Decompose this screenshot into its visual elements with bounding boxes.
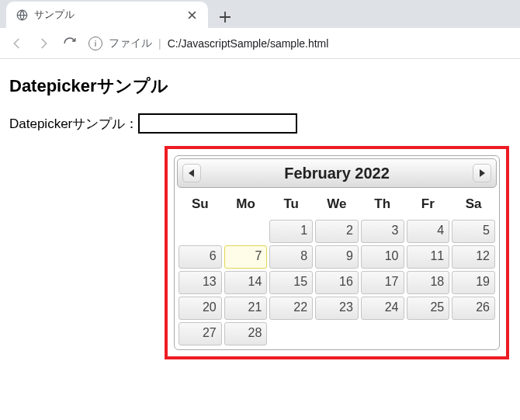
- datepicker-empty-cell: [224, 219, 269, 244]
- datepicker-day[interactable]: 3: [361, 220, 404, 243]
- datepicker-day[interactable]: 8: [269, 245, 313, 269]
- datepicker-header: February 2022: [177, 158, 497, 188]
- datepicker-day[interactable]: 10: [361, 245, 404, 269]
- datepicker-day[interactable]: 13: [179, 271, 222, 294]
- url-scheme: ファイル: [109, 36, 152, 50]
- datepicker-day[interactable]: 26: [452, 297, 495, 320]
- datepicker-day[interactable]: 25: [407, 297, 450, 320]
- datepicker-calendar: SuMoTuWeThFrSa 1234567891011121314151617…: [177, 189, 497, 347]
- address-bar: i ファイル | C:/JavascriptSample/sample.html: [0, 28, 520, 59]
- datepicker-day[interactable]: 17: [361, 271, 404, 294]
- datepicker-day[interactable]: 5: [452, 220, 495, 243]
- tab-strip: サンプル: [0, 0, 520, 28]
- globe-icon: [16, 9, 28, 21]
- datepicker-empty-cell: [314, 321, 359, 346]
- datepicker-day[interactable]: 21: [224, 297, 268, 320]
- datepicker-dow: Th: [360, 190, 405, 218]
- datepicker-week: 12345: [178, 219, 496, 244]
- site-info-icon[interactable]: i: [88, 36, 102, 50]
- tab-title: サンプル: [34, 8, 179, 22]
- datepicker-dow: Su: [178, 190, 223, 218]
- datepicker-next-button[interactable]: [473, 164, 491, 182]
- datepicker-day[interactable]: 20: [179, 297, 222, 320]
- datepicker-empty-cell: [406, 321, 451, 346]
- datepicker-day[interactable]: 18: [407, 271, 450, 294]
- datepicker-week: 2728: [178, 321, 496, 346]
- datepicker-month-label: February 2022: [284, 165, 390, 182]
- datepicker-empty-cell: [451, 321, 496, 346]
- datepicker-day[interactable]: 7: [224, 245, 268, 269]
- datepicker-day[interactable]: 12: [452, 245, 495, 269]
- datepicker-day[interactable]: 15: [269, 271, 313, 294]
- datepicker-day[interactable]: 28: [224, 322, 268, 345]
- datepicker-dow: Tu: [269, 190, 314, 218]
- datepicker-week: 13141516171819: [178, 270, 496, 295]
- datepicker-day[interactable]: 14: [224, 271, 268, 294]
- datepicker-empty-cell: [178, 219, 223, 244]
- url-separator: |: [158, 37, 161, 50]
- datepicker-day[interactable]: 24: [361, 297, 404, 320]
- datepicker-week: 6789101112: [178, 245, 496, 269]
- page-body: Datepickerサンプル Datepickerサンプル：: [0, 59, 520, 144]
- tab-close-button[interactable]: [185, 8, 199, 22]
- datepicker-day[interactable]: 16: [315, 271, 359, 294]
- back-button[interactable]: [9, 36, 25, 51]
- new-tab-button[interactable]: [214, 6, 236, 28]
- datepicker-day[interactable]: 6: [179, 245, 222, 269]
- datepicker-day[interactable]: 11: [407, 245, 450, 269]
- datepicker-empty-cell: [360, 321, 405, 346]
- datepicker-dow: Sa: [451, 190, 496, 218]
- datepicker-day[interactable]: 27: [179, 322, 222, 345]
- datepicker-empty-cell: [269, 321, 314, 346]
- browser-tab[interactable]: サンプル: [6, 2, 208, 28]
- datepicker-day[interactable]: 23: [315, 297, 359, 320]
- datepicker-input[interactable]: [138, 113, 297, 134]
- page-title: Datepickerサンプル: [9, 75, 511, 98]
- datepicker-highlight-frame: February 2022 SuMoTuWeThFrSa 12345678910…: [165, 146, 509, 359]
- forward-button[interactable]: [36, 36, 51, 51]
- datepicker-dow: Fr: [406, 190, 451, 218]
- datepicker-day[interactable]: 1: [269, 220, 313, 243]
- datepicker-week: 20212223242526: [178, 296, 496, 321]
- datepicker-dow: Mo: [224, 190, 269, 218]
- browser-chrome: サンプル i ファイル | C:/JavascriptSample/sample…: [0, 0, 520, 59]
- datepicker-day[interactable]: 9: [315, 245, 359, 269]
- datepicker-prev-button[interactable]: [182, 164, 201, 182]
- url-display[interactable]: i ファイル | C:/JavascriptSample/sample.html: [88, 36, 328, 50]
- datepicker-day[interactable]: 19: [452, 271, 495, 294]
- datepicker-day[interactable]: 4: [407, 220, 450, 243]
- url-path: C:/JavascriptSample/sample.html: [168, 37, 329, 50]
- reload-button[interactable]: [62, 36, 78, 51]
- datepicker-field-row: Datepickerサンプル：: [9, 113, 511, 134]
- field-label: Datepickerサンプル：: [9, 115, 138, 133]
- datepicker-dow: We: [314, 190, 359, 218]
- datepicker-day[interactable]: 2: [315, 220, 359, 243]
- datepicker-widget: February 2022 SuMoTuWeThFrSa 12345678910…: [174, 155, 500, 350]
- datepicker-day[interactable]: 22: [269, 297, 313, 320]
